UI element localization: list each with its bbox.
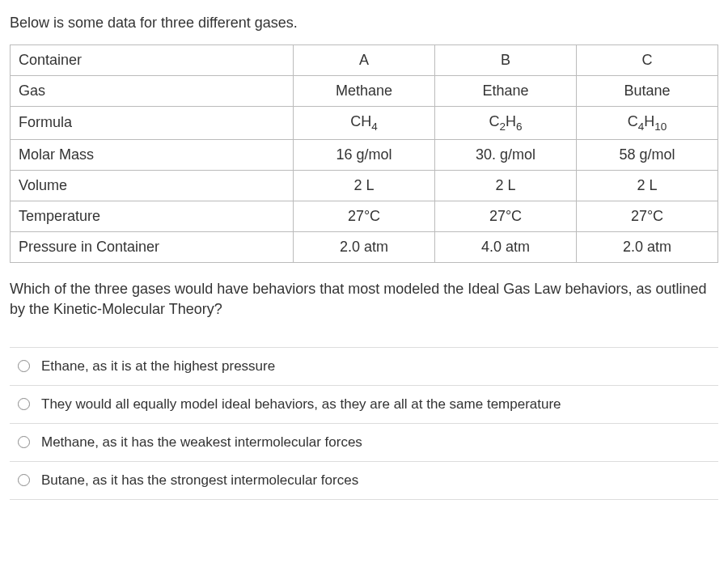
- table-row: Formula CH4 C2H6 C4H10: [11, 107, 718, 140]
- option-all-equal[interactable]: They would all equally model ideal behav…: [10, 386, 718, 424]
- row-label: Gas: [11, 76, 294, 107]
- cell-b: 2 L: [435, 170, 577, 201]
- row-label: Pressure in Container: [11, 231, 294, 262]
- intro-text: Below is some data for three different g…: [10, 15, 718, 32]
- answer-options: Ethane, as it is at the highest pressure…: [10, 347, 718, 500]
- cell-c: 2 L: [577, 170, 718, 201]
- cell-a: A: [294, 45, 435, 76]
- radio-icon: [18, 398, 30, 410]
- cell-a: Methane: [294, 76, 435, 107]
- row-label: Container: [11, 45, 294, 76]
- cell-b: C2H6: [435, 107, 577, 140]
- table-row: Gas Methane Ethane Butane: [11, 76, 718, 107]
- row-label: Formula: [11, 107, 294, 140]
- table-row: Temperature 27°C 27°C 27°C: [11, 201, 718, 231]
- option-butane[interactable]: Butane, as it has the strongest intermol…: [10, 462, 718, 500]
- radio-icon: [18, 436, 30, 448]
- cell-b: 27°C: [435, 201, 577, 231]
- cell-a: 2 L: [294, 170, 435, 201]
- option-label: Butane, as it has the strongest intermol…: [41, 472, 358, 489]
- option-label: Ethane, as it is at the highest pressure: [41, 358, 275, 375]
- table-row: Container A B C: [11, 45, 718, 76]
- table-row: Volume 2 L 2 L 2 L: [11, 170, 718, 201]
- row-label: Volume: [11, 170, 294, 201]
- cell-a: CH4: [294, 107, 435, 140]
- question-text: Which of the three gases would have beha…: [10, 279, 718, 320]
- cell-a: 2.0 atm: [294, 231, 435, 262]
- radio-icon: [18, 474, 30, 486]
- cell-b: B: [435, 45, 577, 76]
- cell-a: 27°C: [294, 201, 435, 231]
- cell-a: 16 g/mol: [294, 139, 435, 170]
- option-label: Methane, as it has the weakest intermole…: [41, 434, 362, 451]
- row-label: Molar Mass: [11, 139, 294, 170]
- option-methane[interactable]: Methane, as it has the weakest intermole…: [10, 424, 718, 462]
- cell-c: 27°C: [577, 201, 718, 231]
- cell-b: Ethane: [435, 76, 577, 107]
- cell-c: Butane: [577, 76, 718, 107]
- cell-b: 30. g/mol: [435, 139, 577, 170]
- cell-c: 58 g/mol: [577, 139, 718, 170]
- cell-b: 4.0 atm: [435, 231, 577, 262]
- radio-icon: [18, 360, 30, 372]
- table-row: Molar Mass 16 g/mol 30. g/mol 58 g/mol: [11, 139, 718, 170]
- gas-data-table: Container A B C Gas Methane Ethane Butan…: [10, 44, 718, 263]
- row-label: Temperature: [11, 201, 294, 231]
- option-label: They would all equally model ideal behav…: [41, 396, 561, 413]
- cell-c: C4H10: [577, 107, 718, 140]
- table-row: Pressure in Container 2.0 atm 4.0 atm 2.…: [11, 231, 718, 262]
- cell-c: 2.0 atm: [577, 231, 718, 262]
- option-ethane[interactable]: Ethane, as it is at the highest pressure: [10, 347, 718, 386]
- cell-c: C: [577, 45, 718, 76]
